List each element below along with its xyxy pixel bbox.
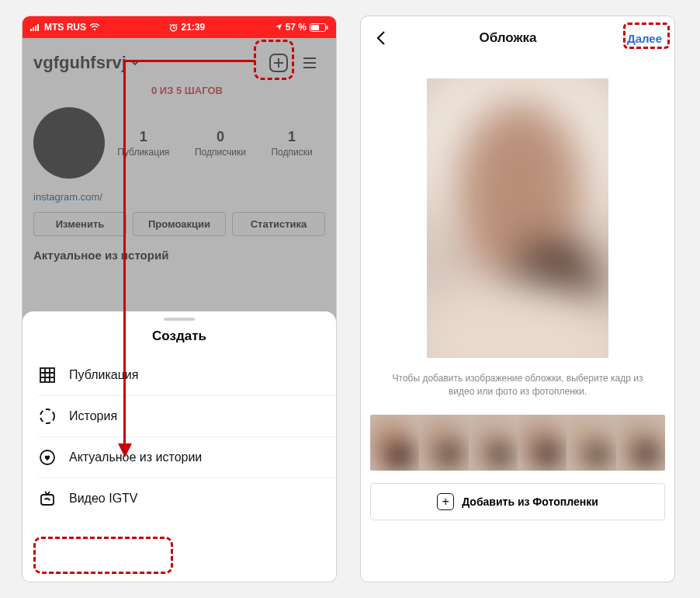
sheet-item-story[interactable]: История bbox=[23, 396, 336, 436]
highlight-heart-icon bbox=[38, 448, 57, 467]
phone-instagram-profile: MTS RUS 21:39 57 % vgfguhfsrvj bbox=[22, 16, 337, 582]
svg-rect-1 bbox=[33, 27, 34, 31]
signal-icon bbox=[30, 23, 41, 31]
grid-icon bbox=[38, 366, 57, 384]
sheet-item-highlight[interactable]: Актуальное из истории bbox=[23, 437, 336, 478]
sheet-item-label: История bbox=[69, 409, 117, 423]
svg-rect-3 bbox=[37, 24, 39, 31]
sheet-item-label: Публикация bbox=[69, 368, 138, 382]
carrier-label: MTS RUS bbox=[44, 22, 86, 33]
sheet-title: Создать bbox=[23, 329, 336, 355]
svg-rect-2 bbox=[35, 26, 36, 31]
sheet-item-label: Актуальное из истории bbox=[69, 450, 202, 464]
plus-icon: + bbox=[437, 493, 454, 510]
svg-point-4 bbox=[94, 29, 95, 30]
create-bottom-sheet: Создать Публикация История Актуальное bbox=[23, 311, 336, 582]
status-bar: MTS RUS 21:39 57 % bbox=[23, 16, 336, 38]
story-ring-icon bbox=[38, 407, 57, 426]
location-icon bbox=[275, 23, 282, 31]
svg-point-11 bbox=[40, 409, 54, 423]
add-from-camera-roll-button[interactable]: + Добавить из Фотопленки bbox=[370, 483, 665, 520]
wifi-icon bbox=[89, 23, 100, 31]
sheet-item-post[interactable]: Публикация bbox=[23, 355, 336, 395]
statusbar-time: 21:39 bbox=[181, 22, 205, 33]
alarm-icon bbox=[169, 23, 178, 32]
battery-pct: 57 % bbox=[286, 22, 307, 33]
svg-rect-10 bbox=[40, 368, 54, 382]
battery-icon bbox=[310, 23, 328, 32]
back-button[interactable] bbox=[370, 27, 392, 49]
igtv-icon bbox=[38, 489, 57, 508]
svg-rect-7 bbox=[311, 25, 319, 30]
svg-rect-8 bbox=[327, 26, 328, 30]
cover-preview[interactable] bbox=[427, 78, 608, 358]
sheet-item-igtv[interactable]: Видео IGTV bbox=[23, 478, 336, 519]
sheet-drag-handle[interactable] bbox=[164, 318, 195, 321]
video-frame-strip[interactable] bbox=[370, 415, 665, 471]
next-button[interactable]: Далее bbox=[624, 30, 665, 47]
sheet-item-label: Видео IGTV bbox=[69, 492, 138, 506]
cover-hint-text: Чтобы добавить изображение обложки, выбе… bbox=[361, 372, 674, 410]
svg-rect-0 bbox=[30, 29, 32, 31]
svg-rect-13 bbox=[41, 495, 54, 505]
phone-cover-selection: Обложка Далее Чтобы добавить изображение… bbox=[360, 16, 675, 582]
add-from-roll-label: Добавить из Фотопленки bbox=[462, 495, 598, 508]
page-title: Обложка bbox=[392, 30, 624, 46]
